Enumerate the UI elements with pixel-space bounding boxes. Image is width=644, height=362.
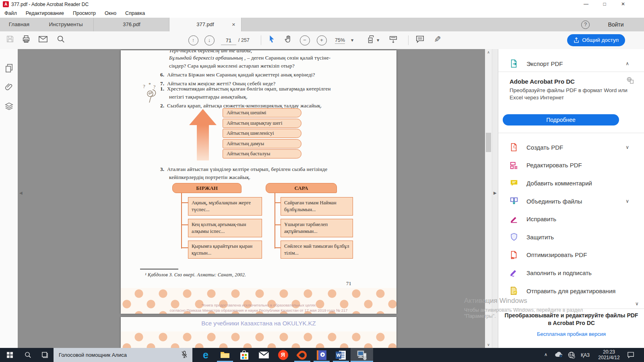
menu-view[interactable]: Просмотр [68,9,100,18]
task-view-icon[interactable] [36,348,53,362]
onedrive-cloud-icon[interactable] [555,351,564,359]
collapse-right-arrow[interactable]: ▶ [493,191,497,195]
menu-window[interactable]: Окно [100,9,121,18]
free-trial-link[interactable]: Бесплатная пробная версия [498,331,644,337]
page-text: Сызбаға қарап, айтысқа сюжеттік-композиц… [167,103,322,109]
clock[interactable]: 20:23 2021/4/12 [596,349,622,360]
zoom-level-value[interactable]: 75% [335,32,345,44]
taskbar-edge-icon[interactable]: e [196,348,215,362]
up-arrow-graphic [188,109,217,160]
sidebar-item-label: Создать PDF [526,144,563,151]
learn-more-button[interactable]: Подробнее [503,114,619,125]
language-indicator[interactable]: ҚАЗ [581,352,590,358]
network-globe-icon[interactable] [568,351,575,360]
plot-stages-diagram: Айтыстың шешімі Айтыстың шарықтау шегі А… [223,108,301,160]
start-button[interactable] [0,348,19,362]
toolbar-divider [261,35,261,45]
sidebar-scroll-chevron[interactable]: ∨ [635,301,639,306]
collapse-left-arrow[interactable]: ◀ [19,191,23,195]
menu-help[interactable]: Справка [121,9,149,18]
email-button[interactable] [37,35,49,46]
tab-close-icon[interactable]: ✕ [232,18,235,31]
sidebar-item-optimize-pdf[interactable]: Оптимизировать PDF [498,246,644,264]
menu-file[interactable]: Файл [0,9,21,18]
mic-muted-icon[interactable] [181,351,192,360]
sign-in-button[interactable]: Войти [600,18,632,31]
alisa-search-box[interactable]: Голосовой помощник Алиса [54,348,192,362]
sidebar-item-edit-pdf[interactable]: Редактировать PDF [498,156,644,175]
menu-edit[interactable]: Редактирование [21,9,68,18]
fit-caret-icon[interactable]: ▾ [377,31,379,49]
list-number: 2. [160,103,164,109]
search-icon[interactable] [55,35,67,46]
vertical-scrollbar[interactable]: ∧ ∨ [485,49,492,348]
sidebar-item-add-comment[interactable]: Добавить комментарий [498,174,644,192]
sidebar-item-send-for-edit[interactable]: Отправить для редактирования [498,282,644,300]
share-button[interactable]: Общий доступ [567,34,625,46]
page-text: негізгі тақырыптарды анықтайық. [169,94,248,100]
page-text: Тері-терсек бергенсің ит те алады, [169,50,252,54]
scrollbar-thumb[interactable] [486,133,491,152]
page-number-input[interactable] [221,36,236,45]
scroll-up-arrow[interactable]: ∧ [485,49,492,56]
export-pdf-icon [510,59,518,68]
sidebar-item-fill-sign[interactable]: Заполнить и подписать [498,264,644,282]
tools-sidebar: Экспорт PDF ∧ Adobe Acrobat Pro DC Преоб… [498,49,644,348]
highlight-pen-icon[interactable]: ✎ [431,35,444,46]
page-text: Аталған айтыстан үзінділер келтіре отыры… [167,166,327,172]
layers-icon[interactable] [4,101,14,113]
page-thumbnails-icon[interactable] [4,63,14,75]
previous-page-button[interactable]: ↑ [187,35,199,46]
sidebar-item-create-pdf[interactable]: Создать PDF ∨ [498,138,644,156]
tab-home[interactable]: Главная [0,18,38,31]
save-button[interactable] [4,35,16,46]
tab-tools[interactable]: Инструменты [38,18,93,31]
close-button[interactable]: ✕ [614,0,632,9]
taskbar-mail-icon[interactable] [254,348,273,362]
chevron-down-icon[interactable]: ∨ [625,198,644,204]
hand-tool-button[interactable] [282,35,294,46]
disclaimer-text: согласно Приказа Министра образования и … [121,308,396,313]
page-text: Бұлындай берекесіз арбашының , [169,55,247,61]
action-center-icon[interactable] [627,352,634,360]
help-icon[interactable]: ? [581,21,590,29]
taskbar-explorer-icon[interactable] [215,348,235,362]
chevron-up-icon[interactable]: ∧ [625,61,644,66]
footer-promo-line1: Преобразовывайте и редактируйте файлы PD… [498,312,644,319]
sidebar-item-export-pdf[interactable]: Экспорт PDF ∧ [498,56,644,71]
zoom-out-button[interactable]: − [299,35,311,46]
zoom-in-button[interactable]: + [316,35,328,46]
tab-377pdf[interactable]: 377.pdf ✕ [169,18,242,32]
taskbar-search-icon[interactable] [19,348,36,362]
sidebar-item-fix[interactable]: Исправить [498,210,644,228]
tray-chevron-up-icon[interactable]: ∧ [544,352,547,357]
next-page-button[interactable]: ↓ [203,35,215,46]
toolbar-divider [408,35,409,45]
scroll-down-arrow[interactable]: ∨ [485,341,492,348]
list-number: 3. [160,166,164,172]
maximize-button[interactable]: □ [596,0,613,9]
select-tool-button[interactable] [266,35,278,46]
attachments-icon[interactable] [4,82,14,94]
minimize-button[interactable]: — [577,0,595,9]
taskbar-store-icon[interactable] [235,348,254,362]
tab-376pdf[interactable]: 376.pdf [93,18,169,31]
acrobat-logo-icon: A [3,1,9,7]
taskbar-word-icon[interactable]: W [331,348,351,362]
menu-bar: Файл Редактирование Просмотр Окно Справк… [0,9,644,18]
print-button[interactable] [20,35,32,46]
okulyk-banner: Все учебники Казахстана на OKULYK.KZ [121,320,396,327]
taskbar-origin-icon[interactable] [293,348,312,362]
comment-tool-button[interactable] [414,35,426,46]
document-viewport[interactable]: Тері-терсек бергенсің ит те алады, Бұлын… [18,49,498,348]
taskbar-yandex-icon[interactable]: Я [273,348,293,362]
taskbar-movies-icon[interactable] [312,348,331,362]
sidebar-item-protect[interactable]: Защитить [498,228,644,246]
scrolling-mode-tool[interactable] [387,35,399,46]
chevron-down-icon[interactable]: ∨ [625,144,644,150]
sidebar-item-combine-files[interactable]: Объединить файлы ∨ [498,192,644,210]
fit-width-tool[interactable] [365,35,378,46]
zoom-caret-icon[interactable]: ▾ [351,31,353,49]
taskbar-installer-icon-active[interactable] [351,348,373,362]
combine-files-icon [510,197,518,206]
